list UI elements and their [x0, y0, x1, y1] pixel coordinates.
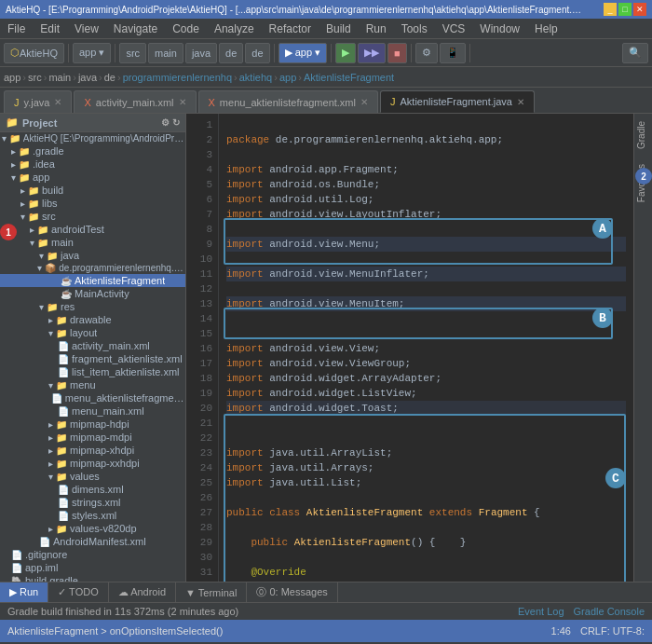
tree-layout[interactable]: ▾ 📁 layout	[0, 326, 185, 339]
debug-button[interactable]: ▶▶	[358, 43, 386, 63]
tab-menu-fragment[interactable]: X menu_aktienlistefragment.xml ✕	[198, 90, 378, 113]
toolbar-app2[interactable]: ▶ app ▾	[278, 43, 327, 63]
tree-aktiehq-root[interactable]: ▾ 📁 AktieHQ [E:\Programming\AndroidProje…	[0, 132, 185, 144]
tree-idea[interactable]: ▸ 📁 .idea	[0, 158, 185, 171]
menu-analyze[interactable]: Analyze	[207, 19, 262, 38]
tree-activity-main-xml[interactable]: 📄 activity_main.xml	[0, 339, 185, 352]
toolbar: ⬡ AktieHQ app ▾ src main java de de ▶ ap…	[0, 39, 652, 67]
tree-src[interactable]: ▾ 📁 src	[0, 210, 185, 223]
toolbar-sdk[interactable]: ⚙	[415, 43, 438, 63]
stop-button[interactable]: ■	[387, 43, 407, 63]
tab-y-java[interactable]: J y.java ✕	[4, 90, 72, 113]
tab-messages[interactable]: ⓪ 0: Messages	[247, 582, 337, 602]
tree-values-v820dp[interactable]: ▸ 📁 values-v820dp	[0, 522, 185, 535]
toolbar-search[interactable]: 🔍	[622, 43, 648, 63]
tree-dimens[interactable]: 📄 dimens.xml	[0, 483, 185, 496]
status-bar: AktienlisteFragment > onOptionsItemSelec…	[0, 620, 652, 642]
tree-fragment-xml[interactable]: 📄 fragment_aktienliste.xml	[0, 352, 185, 365]
tab-activity-close[interactable]: ✕	[179, 97, 186, 107]
tree-styles[interactable]: 📄 styles.xml	[0, 509, 185, 522]
tree-libs[interactable]: ▸ 📁 libs	[0, 197, 185, 210]
sidebar-settings[interactable]: ⚙	[161, 117, 170, 128]
menu-code[interactable]: Code	[165, 19, 207, 38]
tab-terminal[interactable]: ▼ Terminal	[176, 582, 247, 602]
tab-todo[interactable]: ✓ TODO	[48, 582, 108, 602]
status-context: AktienlisteFragment > onOptionsItemSelec…	[7, 625, 223, 637]
tree-mipmap-xhdpi[interactable]: ▸ 📁 mipmap-xhdpi	[0, 444, 185, 457]
toolbar-de2[interactable]: de	[245, 43, 269, 63]
tree-gradle[interactable]: ▸ 📁 .gradle	[0, 144, 185, 158]
menu-navigate[interactable]: Navigate	[106, 19, 165, 38]
menu-run[interactable]: Run	[359, 19, 394, 38]
bc-programmieren: programmierenlernenhq	[123, 72, 232, 83]
tab-run[interactable]: ▶ Run	[0, 582, 48, 602]
menu-help[interactable]: Help	[527, 19, 565, 38]
close-button[interactable]: ✕	[633, 3, 646, 16]
toolbar-java[interactable]: java	[185, 43, 217, 63]
tree-gitignore[interactable]: 📄 .gitignore	[0, 548, 185, 561]
tree-list-item-xml[interactable]: 📄 list_item_aktienliste.xml	[0, 365, 185, 378]
menu-view[interactable]: View	[67, 19, 106, 38]
tree-androidtest[interactable]: ▸ 📁 androidTest	[0, 223, 185, 236]
tab-aktienliste-close[interactable]: ✕	[517, 97, 524, 107]
menu-edit[interactable]: Edit	[33, 19, 67, 38]
tab-activity-main[interactable]: X activity_main.xml ✕	[74, 90, 196, 113]
tree-mainactivity[interactable]: ☕ MainActivity	[0, 287, 185, 300]
tree-aktienlistefragment[interactable]: ☕ AktienlisteFragment	[0, 274, 185, 287]
tree-menu-xml[interactable]: 📄 menu_aktienlistefragment.xml	[0, 391, 185, 404]
minimize-button[interactable]: _	[604, 3, 617, 16]
code-content[interactable]: package de.programmierenlernenhq.aktiehq…	[219, 114, 633, 582]
tree-drawable[interactable]: ▸ 📁 drawable	[0, 313, 185, 326]
maximize-button[interactable]: □	[618, 3, 632, 16]
toolbar-main[interactable]: main	[148, 43, 183, 63]
tree-java[interactable]: ▾ 📁 java	[0, 249, 185, 262]
sidebar-sync[interactable]: ↻	[172, 117, 180, 128]
tree-app-iml[interactable]: 📄 app.iml	[0, 561, 185, 574]
tree-main[interactable]: ▾ 📁 main	[0, 236, 185, 249]
tree-mipmap-mdpi[interactable]: ▸ 📁 mipmap-mdpi	[0, 431, 185, 444]
toolbar-sep-4	[331, 44, 332, 62]
run-button[interactable]: ▶	[335, 43, 356, 63]
bc-main: main	[48, 72, 71, 83]
gradle-console-link[interactable]: Gradle Console	[574, 606, 645, 617]
menu-refactor[interactable]: Refactor	[262, 19, 319, 38]
toolbar-avd[interactable]: 📱	[440, 43, 466, 63]
menu-tools[interactable]: Tools	[394, 19, 435, 38]
tree-strings[interactable]: 📄 strings.xml	[0, 496, 185, 509]
right-tab-gradle[interactable]: Gradle	[634, 114, 652, 157]
tree-res[interactable]: ▾ 📁 res	[0, 300, 185, 313]
project-label: Project	[22, 117, 57, 129]
tree-package[interactable]: ▾ 📦 de.programmierenlernenhq.aktiehq.app	[0, 262, 185, 274]
tree-menu-main-xml[interactable]: 📄 menu_main.xml	[0, 404, 185, 418]
tab-y-close[interactable]: ✕	[54, 97, 61, 107]
tree-mipmap-hdpi[interactable]: ▸ 📁 mipmap-hdpi	[0, 418, 185, 431]
code-editor[interactable]: 1 2 3 4 5 6 7 8 9 10 11 12 13 14 15 16 1…	[186, 114, 633, 582]
main-layout: 📁 Project ⚙ ↻ ▾ 📁 AktieHQ [E:\Programmin…	[0, 114, 652, 582]
tree-values[interactable]: ▾ 📁 values	[0, 470, 185, 483]
line-numbers: 1 2 3 4 5 6 7 8 9 10 11 12 13 14 15 16 1…	[186, 114, 219, 582]
menu-vcs[interactable]: VCS	[435, 19, 473, 38]
toolbar-src[interactable]: src	[119, 43, 146, 63]
menu-window[interactable]: Window	[472, 19, 527, 38]
event-log-link[interactable]: Event Log	[518, 606, 564, 617]
tab-aktienliste-label: AktienlisteFragment.java	[400, 96, 511, 107]
tree-menu[interactable]: ▾ 📁 menu	[0, 378, 185, 391]
encoding: CRLF: UTF-8:	[580, 625, 645, 637]
tabs-bar: J y.java ✕ X activity_main.xml ✕ X menu_…	[0, 88, 652, 114]
toolbar-de[interactable]: de	[219, 43, 243, 63]
tab-menu-close[interactable]: ✕	[360, 97, 368, 107]
tab-aktienliste-fragment[interactable]: J AktienlisteFragment.java ✕	[380, 90, 535, 113]
tree-androidmanifest[interactable]: 📄 AndroidManifest.xml	[0, 535, 185, 548]
tree-build-gradle[interactable]: 🐘 build.gradle	[0, 574, 185, 582]
menu-build[interactable]: Build	[319, 19, 359, 38]
tree-app[interactable]: ▾ 📁 app	[0, 171, 185, 184]
menu-file[interactable]: File	[0, 19, 33, 38]
toolbar-aktiehq[interactable]: ⬡ AktieHQ	[4, 43, 64, 63]
title-text: AktieHQ - [E:\Programming\AndroidProjekt…	[6, 5, 583, 15]
tree-build[interactable]: ▸ 📁 build	[0, 184, 185, 197]
bc-aktiehq: aktiehq	[239, 72, 272, 83]
toolbar-sep-5	[411, 44, 412, 62]
tree-mipmap-xxhdpi[interactable]: ▸ 📁 mipmap-xxhdpi	[0, 457, 185, 470]
tab-android[interactable]: ☁ Android	[109, 582, 176, 602]
toolbar-app[interactable]: app ▾	[73, 43, 111, 63]
